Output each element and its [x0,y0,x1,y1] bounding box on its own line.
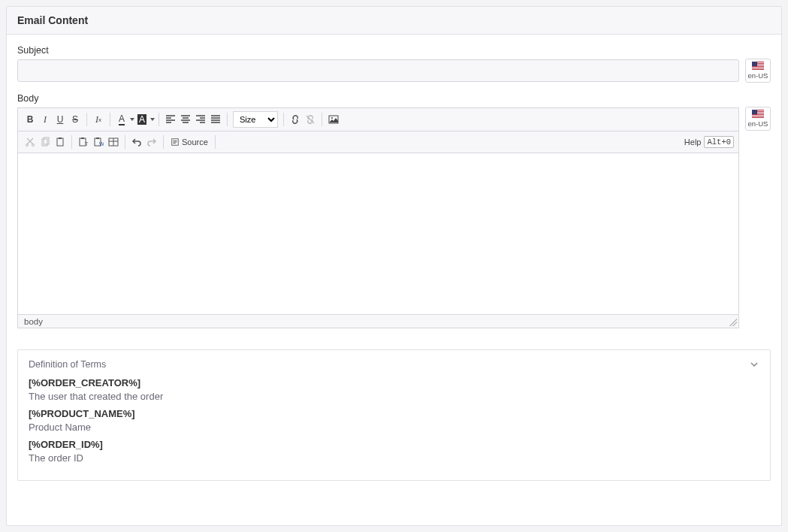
rich-text-editor: B I U S Ix A A [17,107,739,328]
svg-rect-5 [752,68,764,69]
svg-rect-14 [59,138,62,139]
unlink-button[interactable] [303,112,318,127]
svg-text:T: T [85,141,89,147]
definition-of-terms-panel: Definition of Terms [%ORDER_CREATOR%] Th… [17,349,771,481]
svg-point-8 [331,117,333,119]
svg-text:W: W [99,141,104,147]
email-content-panel: Email Content Subject en-US Body [6,6,782,526]
term-item: [%PRODUCT_NAME%] Product Name [29,408,759,433]
editor-toolbar-row-2: T W Source [18,131,738,153]
locale-code: en-US [748,71,768,80]
subject-input[interactable] [17,59,739,82]
align-right-button[interactable] [193,112,208,127]
font-size-select[interactable]: Size [233,111,278,128]
strikethrough-button[interactable]: S [68,112,83,127]
source-icon [171,138,180,147]
panel-title: Email Content [7,7,781,35]
svg-rect-27 [752,115,764,116]
align-justify-icon [210,114,221,125]
chevron-down-icon [749,359,759,370]
remove-format-button[interactable]: Ix [91,112,106,127]
redo-button[interactable] [144,135,159,150]
term-desc: The order ID [29,452,759,464]
term-token: [%ORDER_CREATOR%] [29,377,759,388]
undo-icon [131,137,142,147]
unlink-icon [305,114,316,125]
svg-rect-16 [81,138,84,139]
terms-header-label: Definition of Terms [29,359,106,370]
terms-body: [%ORDER_CREATOR%] The user that created … [18,377,770,480]
editor-toolbar-row-1: B I U S Ix A A [18,108,738,131]
subject-label: Subject [17,45,739,56]
copy-icon [40,137,50,147]
help-shortcut: Alt+0 [704,136,734,148]
table-icon [108,137,119,147]
terms-header[interactable]: Definition of Terms [18,350,770,377]
bold-button[interactable]: B [23,112,38,127]
table-button[interactable] [106,135,121,150]
align-center-icon [180,114,191,125]
image-icon [328,114,339,125]
underline-button[interactable]: U [53,112,68,127]
svg-rect-19 [96,138,99,139]
align-justify-button[interactable] [208,112,223,127]
paste-button[interactable] [53,135,68,150]
paste-icon [55,137,65,147]
italic-button[interactable]: I [38,112,53,127]
svg-point-9 [26,144,29,147]
source-button[interactable]: Source [168,135,211,150]
svg-rect-28 [752,116,764,117]
paste-word-button[interactable]: W [91,135,106,150]
locale-code: en-US [748,119,768,128]
copy-button[interactable] [38,135,53,150]
us-flag-icon [752,62,764,70]
svg-rect-4 [752,67,764,68]
link-icon [290,114,300,125]
term-token: [%PRODUCT_NAME%] [29,408,759,419]
svg-rect-6 [752,62,757,66]
undo-button[interactable] [129,135,144,150]
cut-button[interactable] [23,135,38,150]
align-left-icon [165,114,176,125]
text-color-button[interactable]: A [114,112,129,127]
term-desc: Product Name [29,422,759,433]
image-button[interactable] [326,112,341,127]
svg-rect-11 [42,139,47,146]
redo-icon [146,137,157,147]
background-color-button[interactable]: A [134,112,149,127]
term-item: [%ORDER_ID%] The order ID [29,439,759,464]
us-flag-icon [752,110,764,118]
term-desc: The user that created the order [29,391,759,402]
link-button[interactable] [288,112,303,127]
editor-path[interactable]: body [24,317,43,326]
align-center-button[interactable] [178,112,193,127]
align-left-button[interactable] [163,112,178,127]
dropdown-caret-icon[interactable] [150,118,155,121]
paste-word-icon: W [93,137,104,147]
body-locale-button[interactable]: en-US [745,107,771,131]
svg-point-10 [32,144,35,147]
term-token: [%ORDER_ID%] [29,439,759,450]
paste-text-button[interactable]: T [76,135,91,150]
editor-content-area[interactable] [18,153,738,314]
align-right-icon [195,114,206,125]
editor-footer: body [18,314,738,328]
paste-text-icon: T [78,137,89,147]
term-item: [%ORDER_CREATOR%] The user that created … [29,377,759,402]
resize-grip-icon[interactable] [729,319,737,326]
svg-rect-29 [752,110,757,114]
cut-icon [25,137,35,147]
svg-rect-12 [44,138,49,144]
subject-locale-button[interactable]: en-US [745,59,771,83]
help-label[interactable]: Help [684,138,702,147]
body-label: Body [17,93,739,104]
svg-rect-13 [57,138,63,146]
